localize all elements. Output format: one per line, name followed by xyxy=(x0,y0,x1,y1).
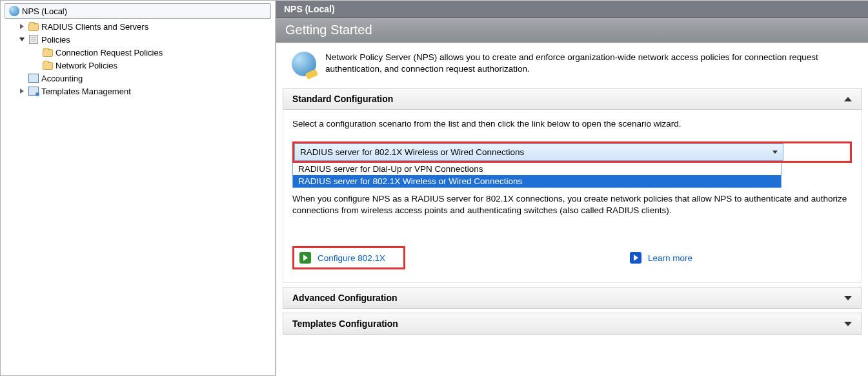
tree-node-nps-root[interactable]: NPS (Local) xyxy=(5,3,271,19)
tree-node-policies[interactable]: Policies xyxy=(5,33,271,46)
scenario-description: When you configure NPS as a RADIUS serve… xyxy=(292,193,852,216)
chevron-up-icon xyxy=(844,97,852,101)
learn-more-link[interactable]: Learn more xyxy=(625,248,711,267)
tree-node-templates-management[interactable]: Templates Management xyxy=(5,85,271,98)
tree-label: Templates Management xyxy=(41,87,131,96)
highlight-scenario-combo: RADIUS server for 802.1X Wireless or Wir… xyxy=(292,141,852,163)
scenario-combobox[interactable]: RADIUS server for 802.1X Wireless or Wir… xyxy=(294,143,783,161)
section-templates-configuration: Templates Configuration xyxy=(283,313,862,335)
arrow-right-icon xyxy=(299,252,311,264)
tree-label: Policies xyxy=(41,35,70,45)
content-title: NPS (Local) xyxy=(284,4,335,14)
expand-icon[interactable] xyxy=(17,23,26,31)
content-pane: NPS (Local) Getting Started Network Poli… xyxy=(276,0,868,376)
tree-node-network-policies[interactable]: Network Policies xyxy=(5,59,271,72)
nps-intro-icon xyxy=(292,52,316,76)
folder-icon xyxy=(43,49,53,57)
expand-icon[interactable] xyxy=(17,87,26,96)
tree-node-accounting[interactable]: Accounting xyxy=(5,72,271,85)
getting-started-header: Getting Started xyxy=(276,18,868,43)
intro-row: Network Policy Server (NPS) allows you t… xyxy=(276,43,868,84)
navigation-tree: NPS (Local) RADIUS Clients and Servers P… xyxy=(0,0,276,376)
scenario-prompt: Select a configuration scenario from the… xyxy=(292,119,852,129)
standard-config-header[interactable]: Standard Configuration xyxy=(283,88,862,110)
section-advanced-configuration: Advanced Configuration xyxy=(283,287,862,309)
collapse-icon[interactable] xyxy=(17,36,26,44)
content-title-bar: NPS (Local) xyxy=(276,1,868,18)
nps-globe-icon xyxy=(9,6,19,16)
tree-label: Network Policies xyxy=(56,61,117,70)
combobox-option-8021x[interactable]: RADIUS server for 802.1X Wireless or Wir… xyxy=(293,175,781,187)
templates-icon xyxy=(28,87,39,96)
tree-node-radius-clients[interactable]: RADIUS Clients and Servers xyxy=(5,20,271,33)
tree-label: RADIUS Clients and Servers xyxy=(41,22,148,32)
scenario-combobox-list: RADIUS server for Dial-Up or VPN Connect… xyxy=(292,163,782,188)
tree-label: Connection Request Policies xyxy=(56,48,163,57)
arrow-right-icon xyxy=(630,252,641,264)
policy-icon xyxy=(29,35,38,44)
templates-config-header[interactable]: Templates Configuration xyxy=(283,313,862,335)
combobox-value: RADIUS server for 802.1X Wireless or Wir… xyxy=(300,147,524,157)
highlight-configure-link: Configure 802.1X xyxy=(292,246,405,269)
accounting-icon xyxy=(28,74,39,83)
tree-label: Accounting xyxy=(41,74,83,83)
combobox-option-dialup-vpn[interactable]: RADIUS server for Dial-Up or VPN Connect… xyxy=(293,163,781,175)
folder-icon xyxy=(28,23,39,31)
tree-node-connection-request-policies[interactable]: Connection Request Policies xyxy=(5,46,271,59)
section-standard-configuration: Standard Configuration Select a configur… xyxy=(283,88,862,283)
folder-icon xyxy=(43,62,53,70)
advanced-config-header[interactable]: Advanced Configuration xyxy=(283,287,862,309)
chevron-down-icon xyxy=(844,296,852,300)
chevron-down-icon xyxy=(772,151,778,154)
chevron-down-icon xyxy=(844,322,852,326)
intro-text: Network Policy Server (NPS) allows you t… xyxy=(325,52,856,75)
tree-label: NPS (Local) xyxy=(22,6,67,16)
configure-8021x-link[interactable]: Configure 802.1X xyxy=(294,248,403,267)
